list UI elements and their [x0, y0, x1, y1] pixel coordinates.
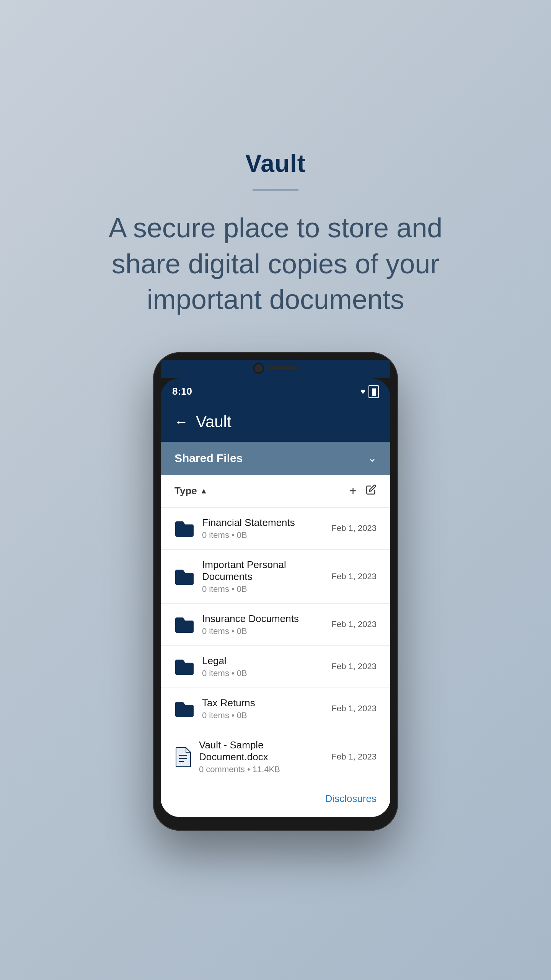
file-date: Feb 1, 2023 — [332, 704, 377, 714]
back-button[interactable]: ← — [174, 414, 188, 430]
page-title: Vault — [245, 149, 306, 178]
app-header: ← Vault — [161, 402, 390, 442]
file-date: Feb 1, 2023 — [332, 572, 377, 581]
shared-files-label: Shared Files — [174, 452, 243, 465]
chevron-down-icon: ⌄ — [368, 452, 377, 464]
vault-header-title: Vault — [196, 413, 231, 431]
folder-icon — [174, 568, 194, 585]
phone-camera-area — [161, 360, 390, 378]
add-button[interactable]: + — [349, 484, 357, 498]
file-meta: 0 items • 0B — [202, 626, 324, 636]
file-info: Financial Statements 0 items • 0B — [202, 517, 324, 540]
page-subtitle: A secure place to store and share digita… — [84, 210, 467, 318]
file-date: Feb 1, 2023 — [332, 619, 377, 629]
file-meta: 0 comments • 11.4KB — [199, 764, 324, 774]
page-wrapper: Vault A secure place to store and share … — [0, 119, 551, 861]
content-area: Type ▲ + — [161, 475, 390, 817]
sort-label: Type — [174, 485, 197, 497]
phone-bottom-bar — [161, 817, 390, 823]
battery-icon: ▮ — [368, 385, 379, 398]
file-meta: 0 items • 0B — [202, 668, 324, 678]
title-divider — [253, 189, 298, 191]
file-date: Feb 1, 2023 — [332, 523, 377, 533]
file-meta: 0 items • 0B — [202, 584, 324, 594]
sort-arrow-icon: ▲ — [200, 487, 208, 495]
list-item[interactable]: Legal 0 items • 0B Feb 1, 2023 — [161, 646, 390, 688]
wifi-icon: ♥ — [360, 387, 365, 397]
file-name: Tax Returns — [202, 697, 324, 709]
list-item[interactable]: Vault - Sample Document.docx 0 comments … — [161, 730, 390, 784]
list-item[interactable]: Financial Statements 0 items • 0B Feb 1,… — [161, 508, 390, 550]
camera-circle — [253, 363, 264, 374]
list-item[interactable]: Insurance Documents 0 items • 0B Feb 1, … — [161, 604, 390, 646]
file-name: Insurance Documents — [202, 613, 324, 625]
file-list: Financial Statements 0 items • 0B Feb 1,… — [161, 508, 390, 784]
file-meta: 0 items • 0B — [202, 710, 324, 720]
file-name: Important Personal Documents — [202, 559, 324, 583]
file-info: Legal 0 items • 0B — [202, 655, 324, 678]
file-name: Legal — [202, 655, 324, 667]
disclosures-row: Disclosures — [161, 784, 390, 817]
folder-icon — [174, 658, 194, 675]
file-info: Insurance Documents 0 items • 0B — [202, 613, 324, 636]
file-name: Vault - Sample Document.docx — [199, 739, 324, 763]
edit-button[interactable] — [366, 484, 377, 498]
toolbar-actions: + — [349, 484, 377, 498]
document-icon — [174, 747, 191, 767]
file-name: Financial Statements — [202, 517, 324, 529]
disclosures-link[interactable]: Disclosures — [325, 793, 377, 805]
folder-icon — [174, 700, 194, 717]
file-info: Vault - Sample Document.docx 0 comments … — [199, 739, 324, 774]
list-item[interactable]: Tax Returns 0 items • 0B Feb 1, 2023 — [161, 688, 390, 730]
folder-icon — [174, 616, 194, 633]
file-date: Feb 1, 2023 — [332, 752, 377, 762]
file-info: Important Personal Documents 0 items • 0… — [202, 559, 324, 594]
file-info: Tax Returns 0 items • 0B — [202, 697, 324, 720]
shared-files-bar[interactable]: Shared Files ⌄ — [161, 442, 390, 475]
status-time: 8:10 — [172, 385, 192, 397]
status-icons: ♥ ▮ — [360, 385, 379, 398]
phone-mockup: 8:10 ♥ ▮ ← Vault Shared Files ⌄ — [153, 352, 398, 831]
folder-icon — [174, 520, 194, 537]
status-bar: 8:10 ♥ ▮ — [161, 378, 390, 402]
file-date: Feb 1, 2023 — [332, 662, 377, 671]
toolbar-row: Type ▲ + — [161, 475, 390, 508]
list-item[interactable]: Important Personal Documents 0 items • 0… — [161, 550, 390, 604]
speaker-bar — [267, 366, 298, 370]
phone-screen: ← Vault Shared Files ⌄ Type ▲ + — [161, 402, 390, 817]
file-meta: 0 items • 0B — [202, 530, 324, 540]
sort-type[interactable]: Type ▲ — [174, 485, 208, 497]
